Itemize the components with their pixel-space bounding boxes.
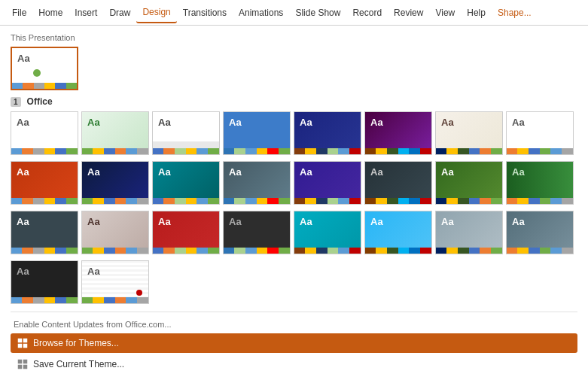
office-themes-row4: Aa Aa <box>11 260 577 304</box>
color-bar <box>365 148 431 154</box>
this-presentation-label: This Presentation <box>11 33 577 42</box>
theme-card-26[interactable]: Aa <box>81 260 149 304</box>
svg-rect-2 <box>18 344 22 348</box>
menu-home[interactable]: Home <box>32 3 69 23</box>
menu-transitions[interactable]: Transitions <box>177 3 233 23</box>
color-bar <box>82 198 148 204</box>
save-theme-label: Save Current Theme... <box>33 359 124 369</box>
theme-card-19[interactable]: Aa <box>152 211 220 254</box>
theme-card-1[interactable]: Aa <box>11 111 78 155</box>
svg-rect-1 <box>23 339 27 342</box>
theme-card-16[interactable]: Aa <box>506 161 574 205</box>
menu-insert[interactable]: Insert <box>69 3 103 23</box>
office-label: Office <box>27 96 53 107</box>
svg-rect-3 <box>23 344 27 348</box>
theme-card-13[interactable]: Aa <box>294 161 361 205</box>
theme-card-21[interactable]: Aa <box>294 211 361 254</box>
color-bar <box>436 248 502 254</box>
color-bar <box>11 198 78 204</box>
color-bar <box>507 198 573 204</box>
save-theme-button[interactable]: Save Current Theme... <box>11 354 577 374</box>
color-bar <box>507 248 573 254</box>
menu-draw[interactable]: Draw <box>103 3 136 23</box>
theme-card-8[interactable]: Aa <box>506 111 574 155</box>
theme-card-12[interactable]: Aa <box>223 161 291 205</box>
theme-card-24[interactable]: Aa <box>506 211 574 254</box>
theme-card-23[interactable]: Aa <box>435 211 503 254</box>
svg-rect-4 <box>18 360 22 363</box>
theme-card-2[interactable]: Aa <box>81 111 149 155</box>
footer-section: Enable Content Updates from Office.com..… <box>11 312 577 374</box>
svg-rect-0 <box>18 339 22 342</box>
theme-card-17[interactable]: Aa <box>11 211 78 254</box>
design-panel: This Presentation Aa 1 Office Aa Aa <box>0 26 588 380</box>
color-bar <box>436 198 502 204</box>
color-bar <box>82 148 148 154</box>
color-bar <box>82 297 148 303</box>
theme-card-5[interactable]: Aa <box>294 111 361 155</box>
theme-card-9[interactable]: Aa <box>11 161 78 205</box>
menu-animations[interactable]: Animations <box>233 3 289 23</box>
color-bar <box>224 148 290 154</box>
theme-aa-label: Aa <box>17 53 30 64</box>
office-themes-row3: Aa Aa Aa Aa Aa Aa Aa Aa <box>11 211 577 254</box>
theme-card-7[interactable]: Aa <box>435 111 503 155</box>
color-bar <box>82 248 148 254</box>
browse-themes-button[interactable]: Browse for Themes... <box>11 333 577 353</box>
color-bar <box>224 198 290 204</box>
menu-shape[interactable]: Shape... <box>492 3 538 23</box>
menu-file[interactable]: File <box>6 3 32 23</box>
menu-help[interactable]: Help <box>461 3 492 23</box>
menu-design[interactable]: Design <box>136 2 176 23</box>
theme-card-15[interactable]: Aa <box>435 161 503 205</box>
slide-number: 1 <box>11 97 21 107</box>
theme-color-bar <box>12 83 77 89</box>
save-theme-icon <box>17 358 29 370</box>
color-bar <box>11 248 78 254</box>
current-theme-card[interactable]: Aa <box>11 47 78 90</box>
svg-rect-5 <box>23 360 27 363</box>
menu-bar: File Home Insert Draw Design Transitions… <box>0 0 588 26</box>
menu-record[interactable]: Record <box>346 3 388 23</box>
theme-card-11[interactable]: Aa <box>152 161 220 205</box>
office-themes-row1: Aa Aa Aa Aa Aa Aa Aa Aa <box>11 111 577 155</box>
office-section-header: 1 Office <box>11 96 577 107</box>
browse-themes-icon <box>17 337 29 349</box>
color-bar <box>153 148 219 154</box>
theme-card-6[interactable]: Aa <box>364 111 432 155</box>
theme-dot <box>136 290 142 296</box>
theme-card-4[interactable]: Aa <box>223 111 291 155</box>
color-bar <box>153 198 219 204</box>
theme-card-14[interactable]: Aa <box>364 161 432 205</box>
color-bar <box>294 198 361 204</box>
office-themes-row2: Aa Aa Aa Aa Aa Aa Aa Aa <box>11 161 577 205</box>
browse-themes-label: Browse for Themes... <box>33 338 119 348</box>
theme-card-22[interactable]: Aa <box>364 211 432 254</box>
color-bar <box>365 198 431 204</box>
theme-card-10[interactable]: Aa <box>81 161 149 205</box>
color-bar <box>294 148 361 154</box>
menu-review[interactable]: Review <box>388 3 429 23</box>
enable-updates-text: Enable Content Updates from Office.com..… <box>11 318 577 330</box>
svg-rect-6 <box>18 365 22 369</box>
color-bar <box>294 248 361 254</box>
color-bar <box>436 148 502 154</box>
color-bar <box>224 248 290 254</box>
current-theme-grid: Aa <box>11 47 577 90</box>
menu-view[interactable]: View <box>429 3 461 23</box>
theme-card-20[interactable]: Aa <box>223 211 291 254</box>
color-bar <box>507 148 573 154</box>
theme-card-3[interactable]: Aa <box>152 111 220 155</box>
menu-slideshow[interactable]: Slide Show <box>289 3 346 23</box>
svg-rect-7 <box>23 365 27 369</box>
theme-dot <box>33 69 41 77</box>
theme-card-25[interactable]: Aa <box>11 260 78 304</box>
color-bar <box>11 148 78 154</box>
color-bar <box>365 248 431 254</box>
color-bar <box>11 297 78 303</box>
theme-card-18[interactable]: Aa <box>81 211 149 254</box>
color-bar <box>153 248 219 254</box>
